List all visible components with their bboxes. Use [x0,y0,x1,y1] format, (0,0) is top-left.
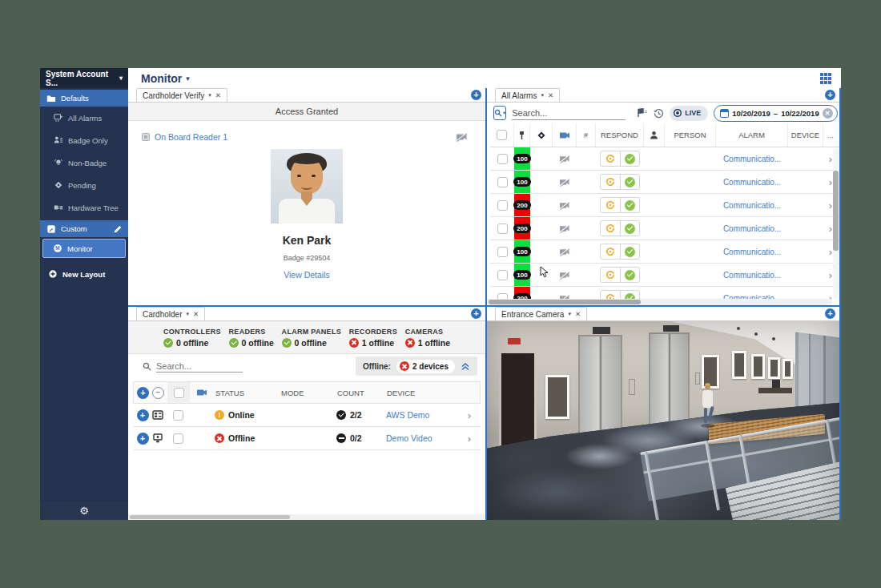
column-status[interactable]: STATUS [214,382,280,403]
resolve-button[interactable] [621,151,640,166]
select-all-checkbox[interactable] [497,130,507,140]
acknowledge-button[interactable] [601,198,621,212]
acknowledge-button[interactable] [601,221,621,236]
caret-down-icon[interactable]: ▾ [541,92,544,99]
live-toggle[interactable]: LIVE [670,106,708,121]
state-column-icon[interactable] [530,123,553,147]
device-row[interactable]: + Offline 0/2 Demo Video › [133,427,481,450]
acknowledge-button[interactable] [601,151,621,166]
alarm-row[interactable]: 100 Communicatio... › [490,147,839,171]
gear-icon[interactable]: ⚙ [79,505,89,517]
tab-all-alarms[interactable]: All Alarms ▾ ✕ [495,88,560,102]
sidebar-item-new-layout[interactable]: New Layout [40,263,128,285]
history-icon[interactable] [654,108,664,119]
row-checkbox[interactable] [497,270,508,280]
camera-column-icon[interactable] [190,382,214,403]
close-icon[interactable]: ✕ [215,91,221,99]
flag-filter-icon[interactable] [637,108,648,118]
collapse-chevrons-icon[interactable] [461,362,470,371]
sidebar-item-badge-only[interactable]: Badge Only [40,129,128,151]
resolve-button[interactable] [621,175,640,189]
sidebar-item-defaults[interactable]: Defaults [40,90,128,107]
alarm-row[interactable]: 200 Communicatio... › [490,217,839,240]
alarm-link[interactable]: Communicatio... [723,155,781,163]
alarm-row[interactable]: 100 Communicatio... › [490,240,839,264]
column-respond[interactable]: RESPOND [596,123,644,147]
row-checkbox[interactable] [173,410,183,421]
select-all-checkbox[interactable] [174,388,184,398]
sidebar-item-non-badge[interactable]: Non-Badge [40,151,128,174]
device-search-input[interactable] [156,360,243,373]
acknowledge-button[interactable] [601,244,621,259]
close-icon[interactable]: ✕ [193,310,199,318]
alarm-link[interactable]: Communicatio... [723,178,781,187]
alarm-link[interactable]: Communicatio... [723,201,781,210]
alarm-row[interactable]: 200 Communicatio... › [490,194,839,217]
page-title[interactable]: Monitor [141,72,182,85]
acknowledge-button[interactable] [601,268,621,282]
column-mode[interactable]: MODE [280,382,336,403]
sidebar-item-pending[interactable]: Pending [40,174,128,196]
expand-chevron-icon[interactable]: › [829,269,832,281]
add-tab-button[interactable]: + [471,308,481,319]
expand-row-button[interactable]: + [137,433,149,445]
expand-chevron-icon[interactable]: › [829,246,832,258]
column-alarm[interactable]: ALARM [716,123,788,147]
clear-date-icon[interactable]: ✕ [823,108,833,119]
column-count[interactable]: COUNT [336,382,385,403]
camera-column-icon[interactable] [553,123,577,147]
sidebar-item-monitor[interactable]: M Monitor [42,239,126,258]
row-checkbox[interactable] [497,247,508,257]
search-scope-button[interactable]: ▾ [493,106,506,120]
view-details-link[interactable]: View Details [128,270,485,280]
column-device[interactable]: DEVICE [385,382,459,403]
expand-chevron-icon[interactable]: › [468,433,471,445]
offline-filter[interactable]: Offline: 2 devices [356,356,477,376]
column-person[interactable]: PERSON [665,123,716,147]
acknowledge-button[interactable] [601,175,621,189]
sidebar-item-all-alarms[interactable]: All Alarms [40,107,128,129]
expand-row-button[interactable]: + [137,409,149,421]
close-icon[interactable]: ✕ [548,91,553,99]
vertical-scrollbar[interactable] [833,148,839,298]
person-column-icon[interactable] [644,123,665,147]
alarm-search-input[interactable] [512,107,626,120]
caret-down-icon[interactable]: ▾ [568,311,571,317]
row-checkbox[interactable] [497,200,508,211]
resolve-button[interactable] [621,221,640,236]
camera-off-icon[interactable] [456,132,468,142]
alarm-link[interactable]: Communicatio... [723,224,781,233]
device-row[interactable]: + !Online 2/2 AWS Demo › [133,404,481,427]
alarm-row[interactable]: 100 Communicatio... › [490,171,839,194]
expand-chevron-icon[interactable]: › [829,223,832,235]
priority-column-icon[interactable] [514,123,530,147]
device-link[interactable]: AWS Demo [386,410,429,420]
row-checkbox[interactable] [497,177,508,187]
caret-down-icon[interactable]: ▾ [208,92,211,99]
resolve-button[interactable] [621,268,640,282]
column-device[interactable]: DEVICE [788,123,823,147]
horizontal-scrollbar[interactable] [128,514,485,520]
edit-pencil-icon[interactable] [112,224,123,234]
date-range-filter[interactable]: 10/20/2019 – 10/22/2019 ✕ [714,105,837,122]
close-icon[interactable]: ✕ [575,310,581,318]
sidebar-item-hardware-tree[interactable]: Hardware Tree [40,196,128,219]
account-selector[interactable]: System Account S... ▾ [40,68,128,88]
row-checkbox[interactable] [497,154,508,164]
camera-feed[interactable] [487,321,839,520]
expand-all-button[interactable]: + [137,387,149,399]
tab-entrance-camera[interactable]: Entrance Camera ▾ ✕ [495,307,587,320]
add-tab-button[interactable]: + [825,308,835,319]
tab-cardholder-verify[interactable]: Cardholder Verify ▾ ✕ [136,88,227,102]
expand-chevron-icon[interactable]: › [468,409,471,421]
alarm-link[interactable]: Communicatio... [723,248,781,256]
tab-cardholder[interactable]: Cardholder ▾ ✕ [136,307,205,320]
column-hash[interactable]: # [577,123,596,147]
caret-down-icon[interactable]: ▾ [186,311,189,317]
device-link[interactable]: Demo Video [386,433,432,443]
alarm-link[interactable]: Communicatio... [723,271,781,280]
resolve-button[interactable] [621,244,640,259]
resolve-button[interactable] [621,198,640,212]
sidebar-item-custom[interactable]: Custom [40,220,128,237]
app-launcher-icon[interactable] [820,73,831,84]
